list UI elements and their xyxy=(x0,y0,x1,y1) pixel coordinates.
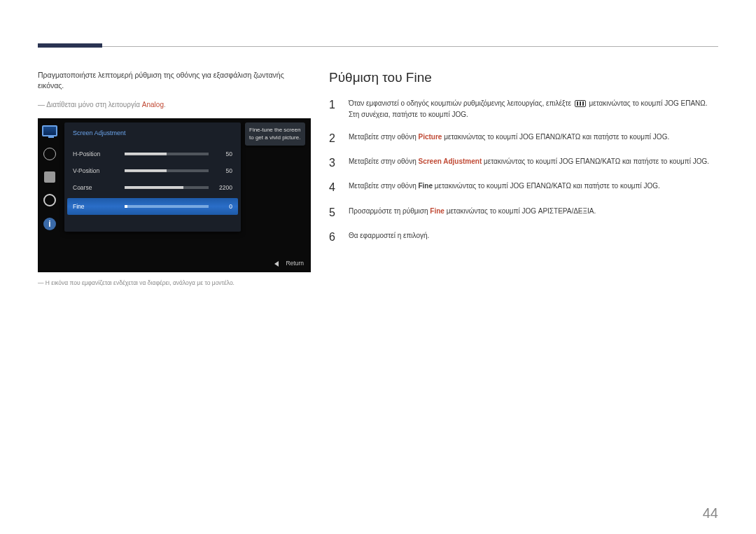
brightness-icon xyxy=(43,148,56,160)
steps-list: 1Όταν εμφανιστεί ο οδηγός κουμπιών ρυθμι… xyxy=(329,98,718,244)
header-accent-bar xyxy=(38,43,102,48)
fine-bar xyxy=(125,205,209,208)
step-item: 1Όταν εμφανιστεί ο οδηγός κουμπιών ρυθμι… xyxy=(329,98,718,120)
step-number: 4 xyxy=(329,181,337,194)
menu-icon xyxy=(575,100,586,107)
h-position-value: 50 xyxy=(211,150,232,157)
highlight-term: Fine xyxy=(430,207,444,215)
step-number: 5 xyxy=(329,206,337,219)
model-note: ― Η εικόνα που εμφανίζεται ενδέχεται να … xyxy=(38,279,311,286)
analog-note: ― Διατίθεται μόνο στη λειτουργία Analog. xyxy=(38,101,311,108)
section-title: Ρύθμιση του Fine xyxy=(329,70,718,85)
step-number: 1 xyxy=(329,98,337,111)
fine-label: Fine xyxy=(73,203,122,210)
fine-fill xyxy=(125,205,127,208)
osd-sidebar-icons: i xyxy=(38,124,62,230)
osd-row-coarse: Coarse 2200 xyxy=(73,180,232,195)
v-position-bar xyxy=(125,169,209,172)
step-number: 2 xyxy=(329,132,337,145)
analog-word: Analog xyxy=(142,101,164,108)
osd-row-hposition: H-Position 50 xyxy=(73,146,232,162)
step-item: 3Μεταβείτε στην οθόνη Screen Adjustment … xyxy=(329,156,718,169)
step-body: Μεταβείτε στην οθόνη Picture μετακινώντα… xyxy=(349,132,718,143)
highlight-term: Fine xyxy=(418,182,433,190)
return-triangle-icon xyxy=(274,261,279,267)
intro-text: Πραγματοποιήστε λεπτομερή ρύθμιση της οθ… xyxy=(38,70,311,91)
picture-icon xyxy=(42,125,57,136)
v-position-label: V-Position xyxy=(73,167,122,174)
v-position-fill xyxy=(125,169,167,172)
osd-row-vposition: V-Position 50 xyxy=(73,163,232,178)
v-position-value: 50 xyxy=(211,167,232,174)
osd-tooltip: Fine-tune the screen to get a vivid pict… xyxy=(245,122,305,146)
step-item: 2Μεταβείτε στην οθόνη Picture μετακινώντ… xyxy=(329,132,718,145)
coarse-value: 2200 xyxy=(211,184,232,191)
osd-title: Screen Adjustment xyxy=(73,129,126,136)
step-body: Όταν εμφανιστεί ο οδηγός κουμπιών ρυθμιζ… xyxy=(349,98,718,120)
step-body: Μεταβείτε στην οθόνη Fine μετακινώντας τ… xyxy=(349,181,718,192)
coarse-fill xyxy=(125,186,183,189)
osd-row-fine: Fine 0 xyxy=(67,198,238,215)
step-body: Θα εφαρμοστεί η επιλογή. xyxy=(349,230,718,241)
step-body: Μεταβείτε στην οθόνη Screen Adjustment μ… xyxy=(349,156,718,167)
left-column: Πραγματοποιήστε λεπτομερή ρύθμιση της οθ… xyxy=(38,70,311,286)
step-number: 3 xyxy=(329,156,337,169)
header-divider xyxy=(38,46,718,47)
analog-dot: . xyxy=(164,101,166,108)
coarse-label: Coarse xyxy=(73,184,122,191)
input-icon xyxy=(44,171,55,183)
step-body: Προσαρμόστε τη ρύθμιση Fine μετακινώντας… xyxy=(349,206,718,217)
fine-value: 0 xyxy=(211,203,232,210)
osd-panel: Screen Adjustment H-Position 50 V-Positi… xyxy=(64,122,241,232)
h-position-fill xyxy=(125,153,167,155)
h-position-label: H-Position xyxy=(73,150,122,157)
h-position-bar xyxy=(125,153,209,155)
return-label: Return xyxy=(286,260,304,267)
osd-screenshot: i Screen Adjustment H-Position 50 V-Posi… xyxy=(38,118,311,272)
step-item: 5Προσαρμόστε τη ρύθμιση Fine μετακινώντα… xyxy=(329,206,718,219)
page-number: 44 xyxy=(703,505,718,521)
step-number: 6 xyxy=(329,230,337,244)
coarse-bar xyxy=(125,186,209,189)
step-item: 6Θα εφαρμοστεί η επιλογή. xyxy=(329,230,718,244)
highlight-term: Picture xyxy=(418,133,442,141)
osd-return: Return xyxy=(274,260,304,267)
highlight-term: Screen Adjustment xyxy=(418,157,482,165)
settings-icon xyxy=(43,194,56,206)
info-icon: i xyxy=(43,218,56,230)
analog-prefix: ― Διατίθεται μόνο στη λειτουργία xyxy=(38,101,142,108)
step-item: 4Μεταβείτε στην οθόνη Fine μετακινώντας … xyxy=(329,181,718,194)
right-column: Ρύθμιση του Fine 1Όταν εμφανιστεί ο οδηγ… xyxy=(329,70,718,255)
